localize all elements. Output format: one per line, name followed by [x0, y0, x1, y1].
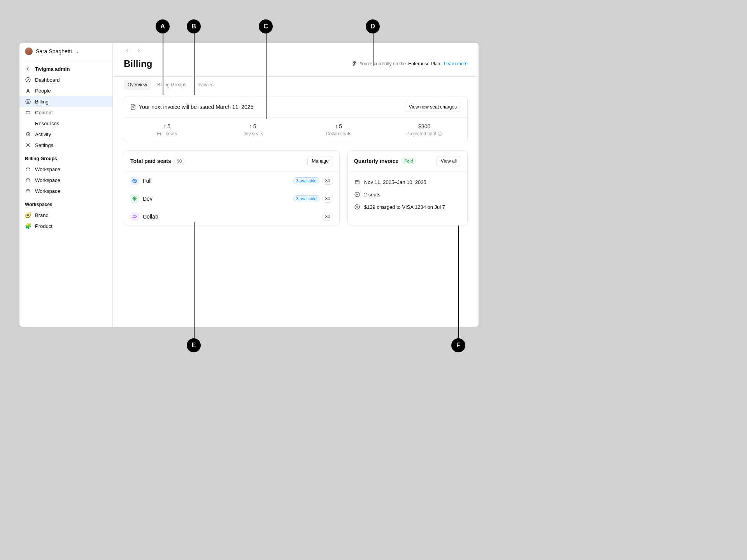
seat-name: Dev — [143, 196, 153, 202]
sidebar-item-label: Workspace — [35, 166, 60, 172]
people-group-icon — [25, 188, 31, 194]
qi-charge-text: $129 charged to VISA 1234 on Jul 7 — [364, 204, 445, 210]
sidebar-item-resources[interactable]: Resources — [19, 118, 112, 129]
sidebar-item-label: Content — [35, 110, 53, 116]
blank-icon — [25, 120, 31, 126]
tab-billing-groups[interactable]: Billing Groups — [153, 80, 190, 90]
user-name: Sara Spaghetti — [36, 48, 72, 54]
seats-card-header: Total paid seats 90 Manage — [124, 150, 339, 172]
svg-point-9 — [26, 189, 28, 191]
sidebar-item-dashboard[interactable]: Dashboard — [19, 74, 112, 85]
svg-point-22 — [355, 192, 359, 197]
svg-text:$: $ — [132, 106, 134, 108]
content: $ Your next invoice will be issued March… — [113, 90, 479, 232]
qi-header: Quarterly invoice Paid View all — [348, 150, 467, 172]
annotation-marker-b: B — [187, 19, 201, 33]
arrow-up-icon: ↑ — [335, 123, 338, 130]
history-icon — [25, 131, 31, 137]
sidebar-item-label: People — [35, 88, 51, 94]
tabs: Overview Billing Groups Invoices — [113, 77, 479, 90]
person-icon — [25, 88, 31, 94]
svg-point-5 — [26, 168, 28, 169]
sidebar-item-label: Settings — [35, 142, 53, 148]
seat-row-dev[interactable]: Dev 3 available 30 — [124, 190, 339, 208]
svg-text:$: $ — [356, 205, 358, 209]
sidebar-body: Twigma admin Dashboard People $ Billing … — [19, 60, 112, 234]
dollar-icon: $ — [25, 98, 31, 105]
sidebar-item-label: Workspace — [35, 188, 60, 194]
stat-value: 5 — [253, 123, 256, 130]
annotation-marker-d: D — [366, 19, 380, 33]
check-circle-icon — [354, 191, 360, 198]
billing-group-item[interactable]: Workspace — [19, 164, 112, 175]
available-pill: 3 available — [293, 177, 319, 184]
stat-label: Projected total — [406, 131, 436, 136]
annotation-marker-f: F — [451, 338, 465, 352]
sidebar-item-activity[interactable]: Activity — [19, 129, 112, 140]
main-area: Billing You're currently on the Enterpri… — [113, 43, 479, 327]
invoice-stats: ↑5 Full seats ↑5 Dev seats ↑5 Collab sea… — [124, 118, 467, 142]
tab-overview[interactable]: Overview — [124, 80, 151, 90]
total-paid-seats-card: Total paid seats 90 Manage Full — [124, 150, 340, 226]
page-header: Billing You're currently on the Enterpri… — [113, 54, 479, 77]
workspace-item-product[interactable]: 🧩 Product — [19, 220, 112, 231]
svg-point-14 — [354, 63, 356, 64]
annotation-line-f — [458, 226, 459, 338]
sidebar-item-label: Activity — [35, 131, 51, 137]
seats-total-pill: 90 — [174, 158, 184, 164]
sidebar-item-settings[interactable]: Settings — [19, 140, 112, 150]
dollar-icon: $ — [354, 204, 360, 210]
qi-status-pill: Paid — [402, 158, 416, 164]
stat-value: 5 — [167, 123, 170, 130]
svg-text:i: i — [440, 132, 440, 136]
calendar-icon — [354, 179, 360, 185]
collab-seat-icon — [130, 212, 139, 221]
svg-point-7 — [26, 178, 28, 180]
invoice-title: $ Your next invoice will be issued March… — [130, 104, 253, 110]
user-menu[interactable]: Sara Spaghetti ⌄ — [19, 43, 112, 60]
seats-title: Total paid seats — [130, 158, 171, 164]
full-seat-icon — [130, 177, 139, 185]
seat-row-full[interactable]: Full 3 available 30 — [124, 172, 339, 190]
stat-label: Full seats — [127, 131, 207, 136]
annotation-line-a — [163, 33, 163, 95]
avocado-icon: 🥑 — [25, 212, 31, 218]
svg-point-10 — [28, 189, 30, 191]
chevron-left-icon — [25, 66, 31, 72]
view-all-button[interactable]: View all — [437, 156, 461, 166]
plan-prefix: You're currently on the — [359, 61, 406, 66]
sidebar-item-people[interactable]: People — [19, 85, 112, 96]
svg-point-4 — [27, 144, 29, 146]
invoice-text: Your next invoice will be issued March 1… — [139, 104, 253, 110]
annotation-line-e — [194, 222, 195, 338]
billing-group-item[interactable]: Workspace — [19, 175, 112, 186]
svg-point-0 — [26, 77, 30, 82]
seat-name: Collab — [143, 214, 158, 220]
qi-date-row: Nov 11, 2025–Jan 10, 2025 — [354, 176, 461, 188]
figma-logo-icon — [352, 61, 357, 67]
stat-label: Dev seats — [213, 131, 293, 136]
billing-group-item[interactable]: Workspace — [19, 186, 112, 196]
info-icon[interactable]: i — [438, 131, 442, 136]
billing-groups-title: Billing Groups — [19, 150, 112, 164]
count-pill: 30 — [323, 213, 333, 220]
sidebar-item-label: Workspace — [35, 177, 60, 183]
nav-back[interactable] — [124, 47, 132, 54]
stat-label: Collab seats — [299, 131, 379, 136]
workspace-item-brand[interactable]: 🥑 Brand — [19, 210, 112, 220]
nav-forward[interactable] — [135, 47, 142, 54]
qi-date-text: Nov 11, 2025–Jan 10, 2025 — [364, 179, 426, 185]
sidebar-item-content[interactable]: Content — [19, 107, 112, 118]
next-invoice-card: $ Your next invoice will be issued March… — [124, 96, 468, 142]
stat-value: 5 — [339, 123, 342, 130]
manage-button[interactable]: Manage — [307, 156, 333, 166]
tab-invoices[interactable]: Invoices — [193, 80, 217, 90]
admin-back[interactable]: Twigma admin — [19, 63, 112, 74]
learn-more-link[interactable]: Learn more — [444, 61, 468, 66]
arrow-up-icon: ↑ — [163, 123, 166, 130]
sidebar-item-billing[interactable]: $ Billing — [19, 96, 112, 107]
svg-point-1 — [27, 89, 29, 91]
svg-rect-13 — [353, 63, 354, 64]
seat-row-collab[interactable]: Collab 30 — [124, 208, 339, 226]
view-new-seat-charges-button[interactable]: View new seat charges — [405, 102, 461, 112]
